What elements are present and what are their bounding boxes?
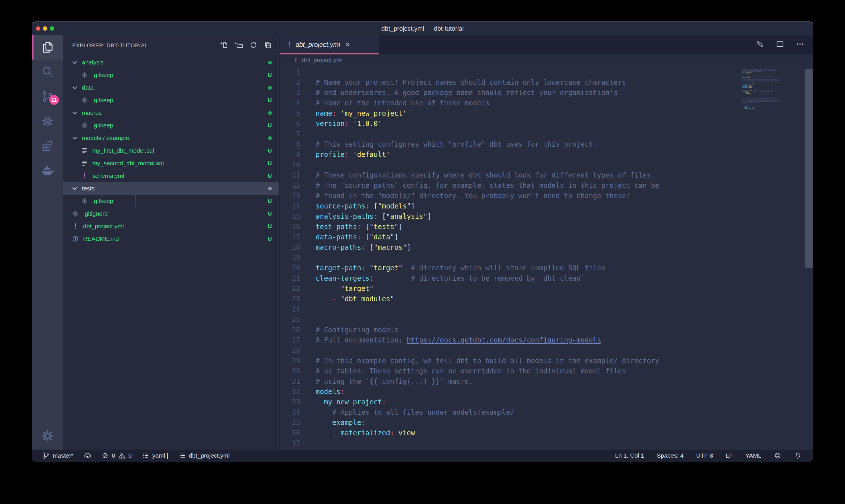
tree-file-my-second-dbt-model-sql[interactable]: my_second_dbt_model.sqlU <box>63 157 279 169</box>
code-line-11[interactable]: 11# These configurations specify where d… <box>280 170 793 180</box>
tree-file--gitkeep[interactable]: .gitkeepU <box>63 195 279 207</box>
tree-file-dbt-project-yml[interactable]: !dbt_project.ymlU <box>63 220 279 233</box>
breadcrumb[interactable]: ! dbt_project.yml <box>280 54 813 66</box>
status-cursor-position[interactable]: Ln 1, Col 1 <box>615 452 644 459</box>
code-line-24[interactable]: 24 <box>280 304 793 314</box>
code-line-4[interactable]: 4# name or the intended use of these mod… <box>280 98 793 108</box>
editor-scrollbar[interactable] <box>805 66 813 450</box>
tree-item-label: .gitkeep <box>92 122 113 129</box>
activity-docker-button[interactable] <box>32 158 63 183</box>
code-line-34[interactable]: 34 # Applies to all files under models/e… <box>280 407 793 417</box>
tree-file--gitignore[interactable]: .gitignoreU <box>63 207 279 220</box>
code-line-20[interactable]: 20target-path: "target" # directory whic… <box>280 263 793 273</box>
code-line-27[interactable]: 27# Full documentation: https://docs.get… <box>280 335 793 345</box>
new-file-button[interactable] <box>220 41 228 50</box>
code-line-1[interactable]: 1 <box>280 67 793 77</box>
activity-debug-button[interactable] <box>32 109 63 133</box>
cloud-upload-icon <box>84 452 91 459</box>
tree-folder-analysis[interactable]: analysis <box>63 56 279 69</box>
collapse-all-button[interactable] <box>264 41 272 50</box>
code-line-19[interactable]: 19 <box>280 253 793 263</box>
status-publish-changes[interactable] <box>84 452 91 459</box>
code-editor[interactable]: 12# Name your project! Project names sho… <box>280 66 813 450</box>
code-line-5[interactable]: 5name: 'my_new_project' <box>280 108 793 119</box>
line-number: 14 <box>280 201 300 211</box>
code-line-22[interactable]: 22 - "target" <box>280 284 793 294</box>
status-linter-file[interactable]: dbt_project.yml <box>178 452 230 459</box>
code-line-35[interactable]: 35 example: <box>280 417 793 428</box>
code-line-10[interactable]: 10 <box>280 160 793 170</box>
tree-file--gitkeep[interactable]: .gitkeepU <box>63 119 279 132</box>
code-line-15[interactable]: 15analysis-paths: ["analysis"] <box>280 211 793 222</box>
status-language-mode[interactable]: YAML <box>745 452 761 459</box>
code-line-12[interactable]: 12# The `source-paths` config, for examp… <box>280 180 793 191</box>
yaml-file-icon: ! <box>80 172 89 180</box>
code-line-32[interactable]: 32models: <box>280 386 793 397</box>
tree-file-schema-yml[interactable]: !schema.ymlU <box>63 169 279 182</box>
status-eol[interactable]: LF <box>726 452 733 459</box>
tab-dbt-project-yml[interactable]: ! dbt_project.yml × <box>280 35 379 54</box>
code-line-31[interactable]: 31# using the `{{ config(...) }}` macro. <box>280 376 793 386</box>
code-line-13[interactable]: 13# found in the "models/" directory. Yo… <box>280 191 793 201</box>
code-line-2[interactable]: 2# Name your project! Project names shou… <box>280 77 793 88</box>
docker-icon <box>41 164 54 177</box>
tree-file--gitkeep[interactable]: .gitkeepU <box>63 94 279 107</box>
status-linter-yaml[interactable]: yaml | <box>142 452 168 459</box>
code-line-33[interactable]: 33 my_new_project: <box>280 397 793 407</box>
tree-file-readme-md[interactable]: README.mdU <box>63 233 279 245</box>
tree-file--gitkeep[interactable]: .gitkeepU <box>63 69 279 81</box>
tree-folder-data[interactable]: data <box>63 81 279 94</box>
line-number: 4 <box>280 98 300 108</box>
tree-folder-macros[interactable]: macros <box>63 107 279 119</box>
code-line-28[interactable]: 28 <box>280 345 793 356</box>
scrollbar-thumb[interactable] <box>805 69 813 268</box>
git-file-icon <box>80 197 89 205</box>
status-encoding[interactable]: UTF-8 <box>696 452 713 459</box>
tree-folder-tests[interactable]: tests <box>63 182 279 195</box>
code-line-6[interactable]: 6version: '1.0.0' <box>280 119 793 129</box>
code-line-9[interactable]: 9profile: 'default' <box>280 149 793 160</box>
activity-extensions-button[interactable] <box>32 133 63 158</box>
code-line-25[interactable]: 25 <box>280 314 793 325</box>
status-git-branch-status[interactable]: master* <box>42 452 73 459</box>
tree-file-my-first-dbt-model-sql[interactable]: my_first_dbt_model.sqlU <box>63 144 279 157</box>
status-indentation[interactable]: Spaces: 4 <box>657 452 683 459</box>
file-tree: analysis.gitkeepUdata.gitkeepUmacros.git… <box>63 56 279 450</box>
line-number: 31 <box>280 376 300 386</box>
chevron-down-icon <box>71 134 78 142</box>
more-editor-button[interactable] <box>796 40 804 50</box>
activity-explorer-button[interactable] <box>32 35 63 59</box>
code-line-29[interactable]: 29# In this example config, we tell dbt … <box>280 356 793 366</box>
extensions-icon <box>41 139 54 152</box>
git-status-badge: U <box>268 198 272 204</box>
code-line-30[interactable]: 30# as tables. These settings can be ove… <box>280 366 793 376</box>
status-notifications[interactable] <box>794 452 802 459</box>
code-line-21[interactable]: 21clean-targets: # directories to be rem… <box>280 273 793 284</box>
git-status-badge <box>268 85 272 91</box>
code-line-14[interactable]: 14source-paths: ["models"] <box>280 201 793 211</box>
code-line-18[interactable]: 18macro-paths: ["macros"] <box>280 242 793 253</box>
split-editor-button[interactable] <box>776 40 784 50</box>
tree-folder-models-example[interactable]: models / example <box>63 132 279 144</box>
activity-search-button[interactable] <box>32 59 63 84</box>
refresh-button[interactable] <box>250 41 257 50</box>
code-line-36[interactable]: 36 materialized: view <box>280 428 793 438</box>
status-problems[interactable]: 00 <box>102 452 131 459</box>
activity-source-control-button[interactable]: 11 <box>32 84 63 109</box>
code-line-7[interactable]: 7 <box>280 129 793 139</box>
code-line-23[interactable]: 23 - "dbt_modules" <box>280 294 793 304</box>
code-line-37[interactable]: 37 <box>280 438 793 448</box>
code-line-26[interactable]: 26# Configuring models <box>280 325 793 335</box>
status-feedback[interactable] <box>774 452 781 459</box>
settings-gear-button[interactable] <box>32 422 63 450</box>
code-line-17[interactable]: 17data-paths: ["data"] <box>280 232 793 242</box>
new-folder-button[interactable] <box>235 41 242 50</box>
git-status-badge: U <box>268 223 272 230</box>
git-status-badge: U <box>268 160 272 167</box>
branch-icon <box>42 452 50 459</box>
close-tab-icon[interactable]: × <box>345 41 350 49</box>
code-line-16[interactable]: 16test-paths: ["tests"] <box>280 222 793 232</box>
code-line-3[interactable]: 3# and underscores. A good package name … <box>280 88 793 98</box>
code-line-8[interactable]: 8# This setting configures which "profil… <box>280 139 793 149</box>
compare-editor-button[interactable] <box>756 40 764 50</box>
